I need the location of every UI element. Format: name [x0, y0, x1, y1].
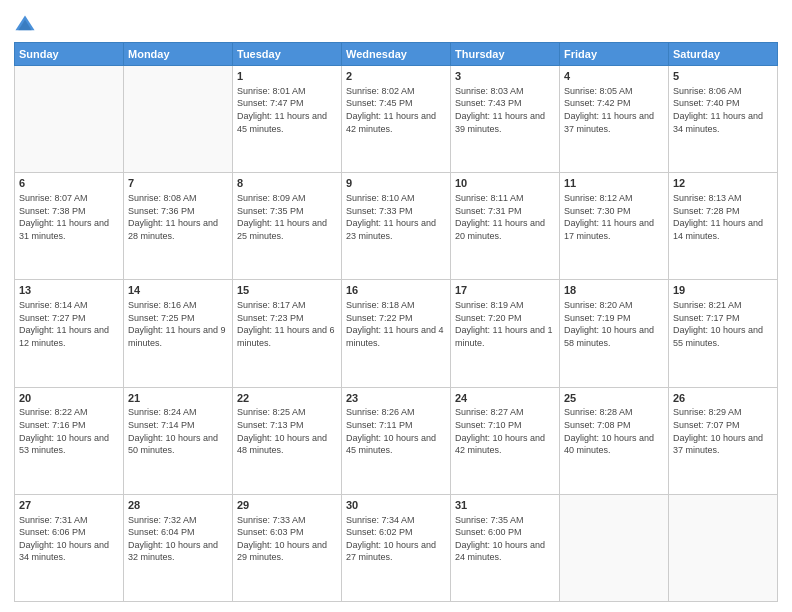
day-number: 25 — [564, 391, 664, 406]
header — [14, 10, 778, 36]
day-info: Sunrise: 8:14 AMSunset: 7:27 PMDaylight:… — [19, 299, 119, 349]
page: SundayMondayTuesdayWednesdayThursdayFrid… — [0, 0, 792, 612]
calendar-cell: 22Sunrise: 8:25 AMSunset: 7:13 PMDayligh… — [233, 387, 342, 494]
calendar-cell: 18Sunrise: 8:20 AMSunset: 7:19 PMDayligh… — [560, 280, 669, 387]
day-number: 2 — [346, 69, 446, 84]
logo — [14, 14, 38, 36]
calendar-cell: 9Sunrise: 8:10 AMSunset: 7:33 PMDaylight… — [342, 173, 451, 280]
day-number: 16 — [346, 283, 446, 298]
calendar-cell: 5Sunrise: 8:06 AMSunset: 7:40 PMDaylight… — [669, 66, 778, 173]
day-info: Sunrise: 8:22 AMSunset: 7:16 PMDaylight:… — [19, 406, 119, 456]
day-number: 27 — [19, 498, 119, 513]
calendar-cell: 25Sunrise: 8:28 AMSunset: 7:08 PMDayligh… — [560, 387, 669, 494]
calendar-cell — [124, 66, 233, 173]
day-info: Sunrise: 8:07 AMSunset: 7:38 PMDaylight:… — [19, 192, 119, 242]
calendar-cell: 26Sunrise: 8:29 AMSunset: 7:07 PMDayligh… — [669, 387, 778, 494]
logo-icon — [14, 14, 36, 36]
day-info: Sunrise: 8:08 AMSunset: 7:36 PMDaylight:… — [128, 192, 228, 242]
day-info: Sunrise: 8:29 AMSunset: 7:07 PMDaylight:… — [673, 406, 773, 456]
calendar-cell: 10Sunrise: 8:11 AMSunset: 7:31 PMDayligh… — [451, 173, 560, 280]
day-info: Sunrise: 8:02 AMSunset: 7:45 PMDaylight:… — [346, 85, 446, 135]
day-number: 13 — [19, 283, 119, 298]
day-info: Sunrise: 8:17 AMSunset: 7:23 PMDaylight:… — [237, 299, 337, 349]
calendar-cell — [15, 66, 124, 173]
day-info: Sunrise: 8:10 AMSunset: 7:33 PMDaylight:… — [346, 192, 446, 242]
day-info: Sunrise: 8:24 AMSunset: 7:14 PMDaylight:… — [128, 406, 228, 456]
day-number: 18 — [564, 283, 664, 298]
calendar-cell: 17Sunrise: 8:19 AMSunset: 7:20 PMDayligh… — [451, 280, 560, 387]
calendar-cell: 6Sunrise: 8:07 AMSunset: 7:38 PMDaylight… — [15, 173, 124, 280]
day-number: 23 — [346, 391, 446, 406]
day-info: Sunrise: 8:01 AMSunset: 7:47 PMDaylight:… — [237, 85, 337, 135]
day-info: Sunrise: 8:03 AMSunset: 7:43 PMDaylight:… — [455, 85, 555, 135]
calendar-cell: 3Sunrise: 8:03 AMSunset: 7:43 PMDaylight… — [451, 66, 560, 173]
calendar-cell: 15Sunrise: 8:17 AMSunset: 7:23 PMDayligh… — [233, 280, 342, 387]
day-info: Sunrise: 8:20 AMSunset: 7:19 PMDaylight:… — [564, 299, 664, 349]
day-info: Sunrise: 7:31 AMSunset: 6:06 PMDaylight:… — [19, 514, 119, 564]
calendar-cell: 12Sunrise: 8:13 AMSunset: 7:28 PMDayligh… — [669, 173, 778, 280]
calendar-cell: 27Sunrise: 7:31 AMSunset: 6:06 PMDayligh… — [15, 494, 124, 601]
calendar-cell: 28Sunrise: 7:32 AMSunset: 6:04 PMDayligh… — [124, 494, 233, 601]
calendar-cell: 23Sunrise: 8:26 AMSunset: 7:11 PMDayligh… — [342, 387, 451, 494]
day-number: 15 — [237, 283, 337, 298]
day-number: 22 — [237, 391, 337, 406]
calendar-cell: 20Sunrise: 8:22 AMSunset: 7:16 PMDayligh… — [15, 387, 124, 494]
calendar-cell: 19Sunrise: 8:21 AMSunset: 7:17 PMDayligh… — [669, 280, 778, 387]
calendar-cell — [669, 494, 778, 601]
weekday-header-saturday: Saturday — [669, 43, 778, 66]
day-info: Sunrise: 8:19 AMSunset: 7:20 PMDaylight:… — [455, 299, 555, 349]
day-number: 8 — [237, 176, 337, 191]
day-info: Sunrise: 8:18 AMSunset: 7:22 PMDaylight:… — [346, 299, 446, 349]
calendar-cell: 14Sunrise: 8:16 AMSunset: 7:25 PMDayligh… — [124, 280, 233, 387]
day-number: 10 — [455, 176, 555, 191]
week-row-1: 1Sunrise: 8:01 AMSunset: 7:47 PMDaylight… — [15, 66, 778, 173]
day-info: Sunrise: 8:05 AMSunset: 7:42 PMDaylight:… — [564, 85, 664, 135]
day-number: 31 — [455, 498, 555, 513]
calendar-cell: 31Sunrise: 7:35 AMSunset: 6:00 PMDayligh… — [451, 494, 560, 601]
calendar-cell: 1Sunrise: 8:01 AMSunset: 7:47 PMDaylight… — [233, 66, 342, 173]
day-number: 4 — [564, 69, 664, 84]
day-number: 12 — [673, 176, 773, 191]
calendar-table: SundayMondayTuesdayWednesdayThursdayFrid… — [14, 42, 778, 602]
day-number: 11 — [564, 176, 664, 191]
weekday-header-tuesday: Tuesday — [233, 43, 342, 66]
day-number: 14 — [128, 283, 228, 298]
day-number: 21 — [128, 391, 228, 406]
calendar-cell: 11Sunrise: 8:12 AMSunset: 7:30 PMDayligh… — [560, 173, 669, 280]
calendar-cell: 16Sunrise: 8:18 AMSunset: 7:22 PMDayligh… — [342, 280, 451, 387]
day-number: 19 — [673, 283, 773, 298]
week-row-4: 20Sunrise: 8:22 AMSunset: 7:16 PMDayligh… — [15, 387, 778, 494]
calendar-cell: 8Sunrise: 8:09 AMSunset: 7:35 PMDaylight… — [233, 173, 342, 280]
day-number: 7 — [128, 176, 228, 191]
day-info: Sunrise: 8:06 AMSunset: 7:40 PMDaylight:… — [673, 85, 773, 135]
day-number: 20 — [19, 391, 119, 406]
day-info: Sunrise: 8:11 AMSunset: 7:31 PMDaylight:… — [455, 192, 555, 242]
weekday-header-thursday: Thursday — [451, 43, 560, 66]
day-number: 24 — [455, 391, 555, 406]
day-number: 1 — [237, 69, 337, 84]
day-number: 29 — [237, 498, 337, 513]
weekday-header-friday: Friday — [560, 43, 669, 66]
day-number: 3 — [455, 69, 555, 84]
day-info: Sunrise: 8:16 AMSunset: 7:25 PMDaylight:… — [128, 299, 228, 349]
calendar-cell: 24Sunrise: 8:27 AMSunset: 7:10 PMDayligh… — [451, 387, 560, 494]
weekday-header-monday: Monday — [124, 43, 233, 66]
calendar-cell: 4Sunrise: 8:05 AMSunset: 7:42 PMDaylight… — [560, 66, 669, 173]
weekday-header-wednesday: Wednesday — [342, 43, 451, 66]
calendar-cell — [560, 494, 669, 601]
day-info: Sunrise: 8:21 AMSunset: 7:17 PMDaylight:… — [673, 299, 773, 349]
weekday-header-sunday: Sunday — [15, 43, 124, 66]
day-info: Sunrise: 7:35 AMSunset: 6:00 PMDaylight:… — [455, 514, 555, 564]
day-info: Sunrise: 8:27 AMSunset: 7:10 PMDaylight:… — [455, 406, 555, 456]
day-info: Sunrise: 8:09 AMSunset: 7:35 PMDaylight:… — [237, 192, 337, 242]
day-number: 5 — [673, 69, 773, 84]
day-info: Sunrise: 8:25 AMSunset: 7:13 PMDaylight:… — [237, 406, 337, 456]
day-info: Sunrise: 8:13 AMSunset: 7:28 PMDaylight:… — [673, 192, 773, 242]
day-info: Sunrise: 8:28 AMSunset: 7:08 PMDaylight:… — [564, 406, 664, 456]
calendar-cell: 21Sunrise: 8:24 AMSunset: 7:14 PMDayligh… — [124, 387, 233, 494]
day-number: 17 — [455, 283, 555, 298]
day-number: 30 — [346, 498, 446, 513]
week-row-3: 13Sunrise: 8:14 AMSunset: 7:27 PMDayligh… — [15, 280, 778, 387]
week-row-5: 27Sunrise: 7:31 AMSunset: 6:06 PMDayligh… — [15, 494, 778, 601]
weekday-header-row: SundayMondayTuesdayWednesdayThursdayFrid… — [15, 43, 778, 66]
